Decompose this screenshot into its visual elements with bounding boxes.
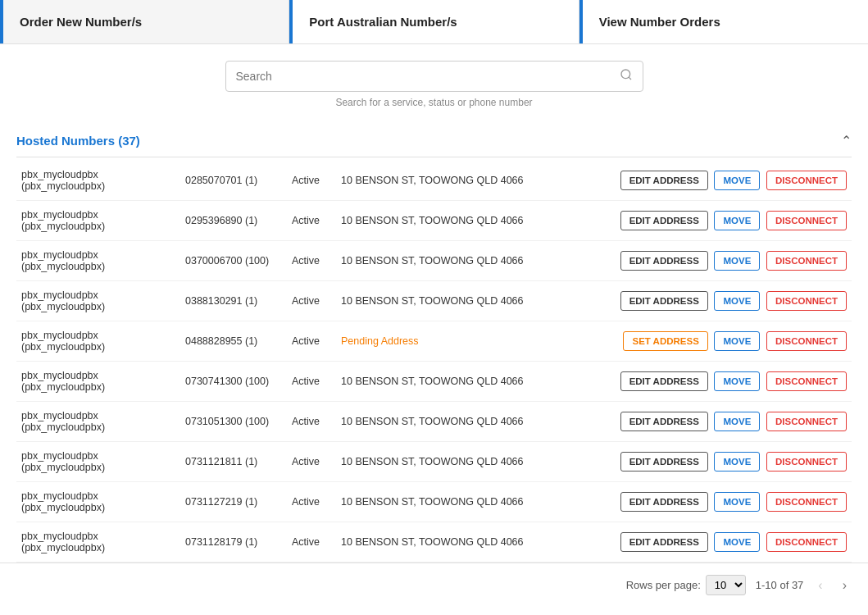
edit-address-button[interactable]: EDIT ADDRESS (620, 291, 708, 311)
address-cell: 10 BENSON ST, TOOWONG QLD 4066 (336, 281, 612, 321)
page-info: 1-10 of 37 (756, 579, 804, 591)
actions-cell: SET ADDRESS MOVE DISCONNECT (612, 321, 852, 362)
table-row: pbx_mycloudpbx (pbx_mycloudpbx) 07311218… (16, 442, 852, 482)
edit-address-button[interactable]: EDIT ADDRESS (620, 171, 708, 190)
search-box (225, 61, 643, 92)
nav-item-order-new[interactable]: Order New Number/s (0, 0, 289, 43)
set-address-button[interactable]: SET ADDRESS (623, 331, 707, 351)
service-cell: pbx_mycloudpbx (pbx_mycloudpbx) (16, 161, 180, 201)
actions-cell: EDIT ADDRESS MOVE DISCONNECT (612, 241, 852, 281)
disconnect-button[interactable]: DISCONNECT (766, 331, 847, 351)
service-cell: pbx_mycloudpbx (pbx_mycloudpbx) (16, 281, 180, 321)
rows-per-page-select[interactable]: 10 25 50 (706, 575, 746, 595)
status-cell: Active (287, 482, 336, 522)
hosted-numbers-table: pbx_mycloudpbx (pbx_mycloudpbx) 02850707… (16, 161, 852, 563)
prev-page-button[interactable]: ‹ (813, 576, 827, 594)
search-input[interactable] (236, 70, 620, 83)
disconnect-button[interactable]: DISCONNECT (766, 211, 847, 230)
service-cell: pbx_mycloudpbx (pbx_mycloudpbx) (16, 241, 180, 281)
actions-cell: EDIT ADDRESS MOVE DISCONNECT (612, 362, 852, 402)
address-cell: 10 BENSON ST, TOOWONG QLD 4066 (336, 161, 612, 201)
status-cell: Active (287, 442, 336, 482)
disconnect-button[interactable]: DISCONNECT (766, 532, 847, 552)
nav-item-view-orders[interactable]: View Number Orders (579, 0, 868, 43)
move-button[interactable]: MOVE (714, 331, 760, 351)
number-cell: 0285070701 (1) (180, 161, 287, 201)
address-cell: Pending Address (336, 321, 612, 362)
table-row: pbx_mycloudpbx (pbx_mycloudpbx) 07307413… (16, 362, 852, 402)
edit-address-button[interactable]: EDIT ADDRESS (620, 211, 708, 230)
move-button[interactable]: MOVE (714, 492, 760, 512)
edit-address-button[interactable]: EDIT ADDRESS (620, 492, 708, 512)
disconnect-button[interactable]: DISCONNECT (766, 291, 847, 311)
number-cell: 0731051300 (100) (180, 402, 287, 442)
address-cell: 10 BENSON ST, TOOWONG QLD 4066 (336, 241, 612, 281)
actions-cell: EDIT ADDRESS MOVE DISCONNECT (612, 201, 852, 241)
edit-address-button[interactable]: EDIT ADDRESS (620, 371, 708, 391)
next-page-button[interactable]: › (838, 576, 852, 594)
actions-cell: EDIT ADDRESS MOVE DISCONNECT (612, 281, 852, 321)
address-cell: 10 BENSON ST, TOOWONG QLD 4066 (336, 522, 612, 563)
disconnect-button[interactable]: DISCONNECT (766, 371, 847, 391)
actions-cell: EDIT ADDRESS MOVE DISCONNECT (612, 442, 852, 482)
search-section: Search for a service, status or phone nu… (0, 44, 868, 116)
service-cell: pbx_mycloudpbx (pbx_mycloudpbx) (16, 522, 180, 563)
move-button[interactable]: MOVE (714, 532, 760, 552)
section-header: Hosted Numbers (37) ⌃ (16, 125, 852, 157)
svg-point-0 (621, 70, 630, 79)
move-button[interactable]: MOVE (714, 412, 760, 431)
number-cell: 0488828955 (1) (180, 321, 287, 362)
actions-cell: EDIT ADDRESS MOVE DISCONNECT (612, 482, 852, 522)
move-button[interactable]: MOVE (714, 251, 760, 271)
service-cell: pbx_mycloudpbx (pbx_mycloudpbx) (16, 442, 180, 482)
service-cell: pbx_mycloudpbx (pbx_mycloudpbx) (16, 482, 180, 522)
section-title: Hosted Numbers (37) (16, 134, 140, 148)
move-button[interactable]: MOVE (714, 171, 760, 190)
move-button[interactable]: MOVE (714, 291, 760, 311)
status-cell: Active (287, 241, 336, 281)
edit-address-button[interactable]: EDIT ADDRESS (620, 412, 708, 431)
service-cell: pbx_mycloudpbx (pbx_mycloudpbx) (16, 362, 180, 402)
collapse-icon[interactable]: ⌃ (841, 133, 852, 148)
address-cell: 10 BENSON ST, TOOWONG QLD 4066 (336, 201, 612, 241)
status-cell: Active (287, 402, 336, 442)
table-row: pbx_mycloudpbx (pbx_mycloudpbx) 03700067… (16, 241, 852, 281)
search-icon (620, 68, 633, 84)
table-row: pbx_mycloudpbx (pbx_mycloudpbx) 07311281… (16, 522, 852, 563)
number-cell: 0731127219 (1) (180, 482, 287, 522)
table-row: pbx_mycloudpbx (pbx_mycloudpbx) 07310513… (16, 402, 852, 442)
disconnect-button[interactable]: DISCONNECT (766, 452, 847, 472)
disconnect-button[interactable]: DISCONNECT (766, 251, 847, 271)
address-cell: 10 BENSON ST, TOOWONG QLD 4066 (336, 482, 612, 522)
search-hint: Search for a service, status or phone nu… (335, 97, 532, 108)
edit-address-button[interactable]: EDIT ADDRESS (620, 532, 708, 552)
move-button[interactable]: MOVE (714, 452, 760, 472)
service-cell: pbx_mycloudpbx (pbx_mycloudpbx) (16, 201, 180, 241)
table-row: pbx_mycloudpbx (pbx_mycloudpbx) 02953968… (16, 201, 852, 241)
edit-address-button[interactable]: EDIT ADDRESS (620, 251, 708, 271)
move-button[interactable]: MOVE (714, 371, 760, 391)
number-cell: 0370006700 (100) (180, 241, 287, 281)
address-cell: 10 BENSON ST, TOOWONG QLD 4066 (336, 442, 612, 482)
edit-address-button[interactable]: EDIT ADDRESS (620, 452, 708, 472)
status-cell: Active (287, 161, 336, 201)
address-cell: 10 BENSON ST, TOOWONG QLD 4066 (336, 362, 612, 402)
number-cell: 0388130291 (1) (180, 281, 287, 321)
disconnect-button[interactable]: DISCONNECT (766, 412, 847, 431)
actions-cell: EDIT ADDRESS MOVE DISCONNECT (612, 522, 852, 563)
status-cell: Active (287, 522, 336, 563)
move-button[interactable]: MOVE (714, 211, 760, 230)
actions-cell: EDIT ADDRESS MOVE DISCONNECT (612, 161, 852, 201)
disconnect-button[interactable]: DISCONNECT (766, 492, 847, 512)
status-cell: Active (287, 201, 336, 241)
pagination-bar: Rows per page: 10 25 50 1-10 of 37 ‹ › (0, 563, 868, 607)
status-cell: Active (287, 281, 336, 321)
number-cell: 0731128179 (1) (180, 522, 287, 563)
table-row: pbx_mycloudpbx (pbx_mycloudpbx) 02850707… (16, 161, 852, 201)
number-cell: 0731121811 (1) (180, 442, 287, 482)
status-cell: Active (287, 321, 336, 362)
nav-item-port-australian[interactable]: Port Australian Number/s (289, 0, 579, 43)
rows-per-page-label: Rows per page: (626, 579, 701, 591)
table-row: pbx_mycloudpbx (pbx_mycloudpbx) 04888289… (16, 321, 852, 362)
disconnect-button[interactable]: DISCONNECT (766, 171, 847, 190)
